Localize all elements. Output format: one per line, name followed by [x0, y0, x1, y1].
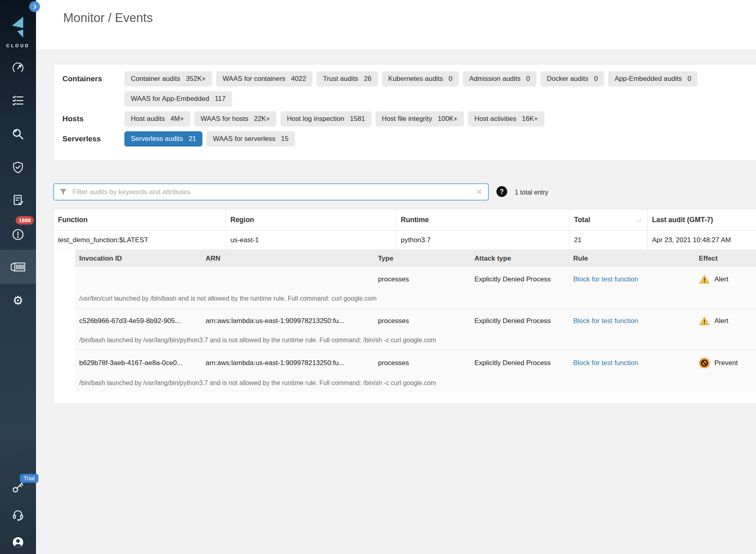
column-header-effect: Effect [695, 255, 756, 263]
shield-check-icon [12, 161, 24, 174]
warning-triangle-icon [699, 316, 710, 326]
category-label-containers: Containers [62, 71, 124, 106]
audit-row-group: processes Explicitly Denied Process Bloc… [75, 267, 756, 309]
cell-region: us-east-1 [226, 231, 396, 249]
category-label-hosts: Hosts [62, 111, 124, 126]
cell-total: 21 [570, 231, 648, 249]
chip-host-log-inspection[interactable]: Host log inspection 1581 [280, 111, 371, 126]
serverless-filter-row: Serverless Serverless audits 21 WAAS for… [54, 131, 756, 147]
chip-waas-for-app-embedded[interactable]: WAAS for App-Embedded 117 [124, 91, 232, 106]
sidebar-item-dashboard[interactable] [0, 56, 36, 79]
serverless-audits-table-card: Function Region Runtime Total ↓↑ Last au… [53, 209, 756, 404]
notification-count-badge[interactable]: 1888 [16, 216, 34, 225]
cell-attack-type: Explicitly Denied Process [470, 317, 569, 325]
column-header-region: Region [226, 209, 396, 230]
brand-logo: CLOUD [0, 14, 36, 48]
column-header-attack-type: Attack type [470, 255, 569, 263]
content-area: Containers Container audits 352K+ WAAS f… [36, 50, 756, 554]
cell-arn: arn:aws:lambda:us-east-1:909978213250:fu… [202, 359, 374, 367]
function-table-row[interactable]: test_demo_function:$LATEST us-east-1 pyt… [54, 231, 756, 250]
checklist-icon [12, 94, 24, 106]
chip-trust-audits[interactable]: Trust audits 26 [316, 71, 378, 86]
column-header-total[interactable]: Total ↓↑ [570, 209, 648, 230]
sidebar-item-settings[interactable]: ⚙ [0, 289, 36, 312]
audits-table-header: Invocation ID ARN Type Attack type Rule … [75, 250, 756, 267]
chip-host-audits[interactable]: Host audits 4M+ [124, 111, 190, 126]
column-header-arn: ARN [202, 255, 374, 263]
audit-filter-searchbar[interactable]: ✕ [53, 183, 489, 201]
cell-runtime: python3.7 [396, 231, 570, 249]
sidebar-item-defend[interactable] [0, 156, 36, 179]
support-headset-icon [12, 509, 24, 522]
cell-effect: Alert [695, 274, 756, 284]
sidebar-item-monitor[interactable] [0, 189, 36, 211]
audit-row-group: c526b966-67d3-4e59-8b92-905... arn:aws:l… [75, 309, 756, 350]
logo-text: CLOUD [0, 43, 36, 48]
search-icon [12, 128, 24, 141]
chip-serverless-audits-selected[interactable]: Serverless audits 21 [124, 131, 202, 147]
sidebar-item-profile[interactable] [0, 531, 36, 554]
clear-search-icon[interactable]: ✕ [476, 187, 482, 197]
hosts-filter-row: Hosts Host audits 4M+ WAAS for hosts 22K… [54, 111, 756, 126]
cell-attack-type: Explicitly Denied Process [470, 359, 569, 367]
cell-effect: Prevent [695, 357, 756, 369]
sidebar-item-search[interactable] [0, 123, 36, 145]
audit-description: /bin/bash launched by /var/lang/bin/pyth… [75, 379, 756, 387]
chevron-right-icon [32, 4, 38, 10]
total-entry-count: 1 total entry [515, 189, 548, 196]
dashboard-gauge-icon [12, 61, 24, 74]
sidebar-collapse-button[interactable] [29, 1, 40, 12]
chip-waas-for-hosts[interactable]: WAAS for hosts 22K+ [194, 111, 277, 126]
sidebar-item-containers[interactable] [0, 256, 36, 278]
cell-function: test_demo_function:$LATEST [54, 231, 226, 249]
rule-link[interactable]: Block for test function [573, 317, 638, 325]
chip-docker-audits[interactable]: Docker audits 0 [540, 71, 604, 86]
column-header-rule: Rule [569, 255, 695, 263]
chip-waas-for-containers[interactable]: WAAS for containers 4022 [216, 71, 312, 86]
search-input[interactable] [72, 188, 476, 197]
settings-gear-icon: ⚙ [13, 295, 24, 307]
sidebar-item-policies[interactable] [0, 89, 36, 112]
audit-row-group: b629b78f-3aeb-4167-ae8a-0ce0... arn:aws:… [75, 350, 756, 393]
functions-table-header: Function Region Runtime Total ↓↑ Last au… [54, 209, 756, 231]
cell-type: processes [374, 275, 470, 283]
chip-host-file-integrity[interactable]: Host file integrity 100K+ [376, 111, 464, 126]
chip-app-embedded-audits[interactable]: App-Embedded audits 0 [608, 71, 698, 86]
rule-link[interactable]: Block for test function [573, 359, 638, 367]
effect-label: Prevent [714, 359, 738, 367]
funnel-icon [60, 189, 67, 195]
block-circle-icon [699, 357, 710, 369]
top-bar: Monitor / Events [36, 0, 756, 50]
cell-effect: Alert [695, 316, 756, 326]
column-header-invocation-id: Invocation ID [75, 255, 202, 263]
sidebar: CLOUD [0, 0, 36, 554]
category-label-serverless: Serverless [62, 131, 124, 147]
cell-type: processes [374, 317, 470, 325]
chip-admission-audits[interactable]: Admission audits 0 [463, 71, 536, 86]
chip-waas-for-serverless[interactable]: WAAS for serverless 15 [206, 131, 295, 147]
sidebar-item-support[interactable] [0, 504, 36, 526]
container-icon [10, 261, 26, 273]
audit-type-filters-card: Containers Container audits 352K+ WAAS f… [53, 64, 756, 161]
chip-host-activities[interactable]: Host activities 16K+ [468, 111, 544, 126]
cell-type: processes [374, 359, 470, 367]
rule-link[interactable]: Block for test function [573, 275, 638, 283]
cell-invocation-id: c526b966-67d3-4e59-8b92-905... [75, 317, 202, 325]
trial-badge[interactable]: Trial [20, 474, 38, 483]
warning-triangle-icon [699, 274, 710, 284]
report-check-icon [12, 194, 24, 207]
column-header-type: Type [374, 255, 470, 263]
page-title: Monitor / Events [63, 11, 153, 25]
cell-attack-type: Explicitly Denied Process [470, 275, 569, 283]
audits-detail-panel: Invocation ID ARN Type Attack type Rule … [75, 250, 756, 393]
app-window: CLOUD [0, 0, 756, 554]
cell-last-audit: Apr 23, 2021 10:48:27 AM [648, 231, 756, 249]
prisma-logo-icon [9, 14, 27, 38]
alert-circle-icon [12, 228, 24, 241]
audit-description: /usr/bin/curl launched by /bin/bash and … [75, 295, 756, 302]
help-icon[interactable]: ? [496, 186, 507, 197]
chip-container-audits[interactable]: Container audits 352K+ [124, 71, 212, 86]
sidebar-item-alerts[interactable] [0, 223, 36, 246]
chip-kubernetes-audits[interactable]: Kubernetes audits 0 [382, 71, 459, 86]
sort-icon[interactable]: ↓↑ [636, 217, 641, 223]
